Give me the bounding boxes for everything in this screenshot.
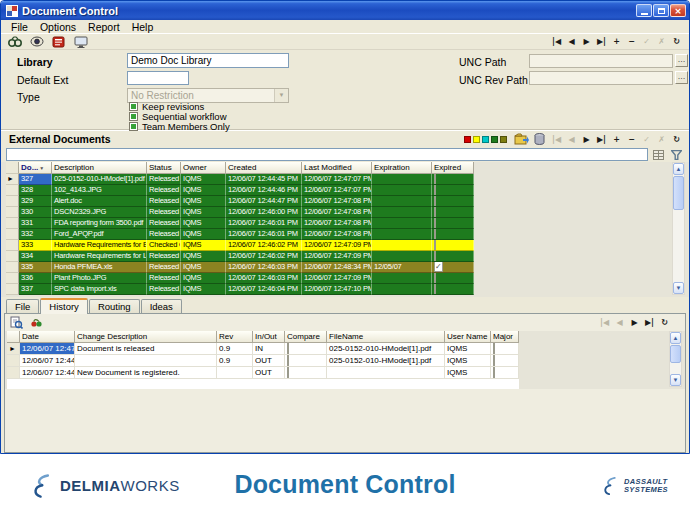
created-cell[interactable]: 12/06/07 12:46:02 PM (226, 251, 302, 262)
close-button[interactable]: × (670, 4, 686, 17)
form-checkbox-row-0[interactable]: Keep revisions (129, 102, 230, 111)
description-cell[interactable]: FDA reporting form 3500.pdf (52, 218, 147, 229)
date-cell[interactable]: 12/06/07 12:47... (20, 343, 75, 355)
owner-cell[interactable]: IQMS (181, 185, 226, 196)
owner-cell[interactable]: IQMS (181, 207, 226, 218)
expired-checkbox[interactable] (434, 229, 436, 239)
tab-file[interactable]: File (6, 299, 39, 313)
column-header-in-out[interactable]: In/Out (253, 331, 285, 343)
report-icon[interactable] (51, 35, 66, 48)
inout-cell[interactable]: OUT (253, 367, 285, 379)
expiration-cell[interactable] (372, 284, 432, 295)
compare-cell[interactable] (285, 355, 327, 367)
column-header-user-name[interactable]: User Name (445, 331, 491, 343)
compare-versions-icon[interactable] (29, 316, 44, 329)
column-header-major[interactable]: Major (491, 331, 519, 343)
nav-refresh-button[interactable]: ↻ (670, 36, 683, 47)
expired-cell[interactable] (432, 218, 474, 229)
documents-filter-input[interactable] (6, 148, 648, 161)
expired-checkbox[interactable] (434, 273, 436, 283)
document-row[interactable]: 337SPC data import.xlsReleasedIQMS12/06/… (6, 284, 689, 295)
expired-checkbox[interactable] (434, 218, 436, 228)
expired-cell[interactable] (432, 229, 474, 240)
column-header-change-description[interactable]: Change Description (75, 331, 217, 343)
description-cell[interactable]: 102_4143.JPG (52, 185, 147, 196)
doc-cell[interactable]: 334 (19, 251, 52, 262)
description-cell[interactable]: Alert.doc (52, 196, 147, 207)
modified-cell[interactable]: 12/06/07 12:47:08 PM (302, 207, 372, 218)
description-cell[interactable]: Hardware Requirements for Larg (52, 251, 147, 262)
menu-help[interactable]: Help (126, 21, 160, 33)
document-row[interactable]: 334Hardware Requirements for LargRelease… (6, 251, 689, 262)
checkbox-icon[interactable] (129, 112, 138, 121)
major-checkbox[interactable] (493, 343, 495, 354)
document-row[interactable]: 332Ford_APQP.pdfReleasedIQMS12/06/07 12:… (6, 229, 689, 240)
expired-cell[interactable] (432, 207, 474, 218)
created-cell[interactable]: 12/06/07 12:46:01 PM (226, 229, 302, 240)
column-header-compare[interactable]: Compare (285, 331, 327, 343)
status-cell[interactable]: Released (147, 207, 181, 218)
rev-cell[interactable]: 0.9 (217, 355, 253, 367)
document-row[interactable]: 329Alert.docReleasedIQMS12/06/07 12:44:4… (6, 196, 689, 207)
grid-icon[interactable] (651, 148, 666, 161)
expired-cell[interactable] (432, 196, 474, 207)
change-description-cell[interactable] (75, 355, 217, 367)
scroll-thumb[interactable] (673, 176, 684, 210)
status-cell[interactable]: Released (147, 273, 181, 284)
status-cell[interactable]: Released (147, 196, 181, 207)
owner-cell[interactable]: IQMS (181, 196, 226, 207)
nav-prior-button[interactable]: ◀ (565, 36, 578, 47)
change-description-cell[interactable]: New Document is registered. (75, 367, 217, 379)
menu-report[interactable]: Report (82, 21, 126, 33)
expiration-cell[interactable] (372, 273, 432, 284)
column-header-do-[interactable]: Do...▼ (19, 162, 52, 174)
description-cell[interactable]: Honda PFMEA.xls (52, 262, 147, 273)
expired-checkbox[interactable] (434, 251, 436, 261)
document-row[interactable]: 331FDA reporting form 3500.pdfReleasedIQ… (6, 218, 689, 229)
modified-cell[interactable]: 12/06/07 12:47:10 PM (302, 284, 372, 295)
modified-cell[interactable]: 12/06/07 12:47:07 PM (302, 174, 372, 185)
created-cell[interactable]: 12/06/07 12:46:03 PM (226, 262, 302, 273)
doc-cell[interactable]: 330 (19, 207, 52, 218)
expired-cell[interactable]: ✓ (432, 262, 474, 273)
nav-first-button[interactable]: |◀ (550, 36, 563, 47)
expired-checkbox[interactable] (434, 196, 436, 206)
compare-checkbox[interactable] (287, 343, 289, 354)
status-cell[interactable]: Released (147, 229, 181, 240)
form-checkbox-row-1[interactable]: Sequential workflow (129, 112, 230, 121)
expired-cell[interactable] (432, 251, 474, 262)
library-input[interactable] (127, 53, 289, 68)
menu-file[interactable]: File (5, 21, 34, 33)
owner-cell[interactable]: IQMS (181, 229, 226, 240)
username-cell[interactable]: IQMS (445, 343, 491, 355)
description-cell[interactable]: Hardware Requirements for Ente (52, 240, 147, 251)
scroll-down-icon[interactable]: ▼ (673, 282, 684, 294)
created-cell[interactable]: 12/06/07 12:46:02 PM (226, 240, 302, 251)
username-cell[interactable]: IQMS (445, 367, 491, 379)
document-row[interactable]: 336Plant Photo.JPGReleasedIQMS12/06/07 1… (6, 273, 689, 284)
created-cell[interactable]: 12/06/07 12:44:45 PM (226, 174, 302, 185)
nav-next-button[interactable]: ▶ (580, 36, 593, 47)
expiration-cell[interactable] (372, 185, 432, 196)
compare-checkbox[interactable] (287, 367, 289, 378)
history-row[interactable]: ►12/06/07 12:47...Document is released0.… (7, 343, 519, 355)
owner-cell[interactable]: IQMS (181, 218, 226, 229)
unc-path-browse-button[interactable]: … (675, 54, 688, 67)
expired-checkbox[interactable] (434, 185, 436, 195)
status-cell[interactable]: Released (147, 251, 181, 262)
doc-cell[interactable]: 336 (19, 273, 52, 284)
doc-cell[interactable]: 333 (19, 240, 52, 251)
document-row[interactable]: 330DSCN2329.JPGReleasedIQMS12/06/07 12:4… (6, 207, 689, 218)
modified-cell[interactable]: 12/06/07 12:48:34 PM (302, 262, 372, 273)
checkbox-icon[interactable] (129, 122, 138, 131)
doc-cell[interactable]: 331 (19, 218, 52, 229)
maximize-button[interactable] (653, 4, 669, 17)
unc-rev-path-browse-button[interactable]: … (675, 71, 688, 84)
view-document-icon[interactable] (9, 316, 24, 329)
filename-cell[interactable]: 025-0152-010-HModel[1].pdf (327, 343, 445, 355)
monitor-icon[interactable] (73, 35, 88, 48)
binoculars-icon[interactable] (7, 35, 22, 48)
nav-last-button[interactable]: ▶| (643, 317, 656, 328)
doc-cell[interactable]: 327 (19, 174, 52, 185)
compare-cell[interactable] (285, 367, 327, 379)
